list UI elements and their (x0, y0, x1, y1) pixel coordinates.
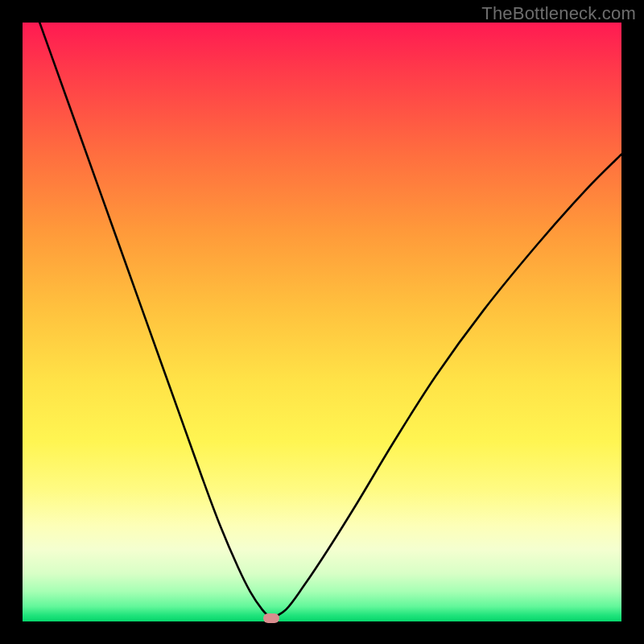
chart-frame: TheBottleneck.com (0, 0, 644, 644)
curve-svg (23, 23, 621, 621)
curve-left-branch (23, 23, 271, 618)
watermark-text: TheBottleneck.com (481, 3, 636, 24)
minimum-marker (263, 613, 279, 623)
plot-area (23, 23, 621, 621)
curve-right-branch (271, 155, 621, 619)
